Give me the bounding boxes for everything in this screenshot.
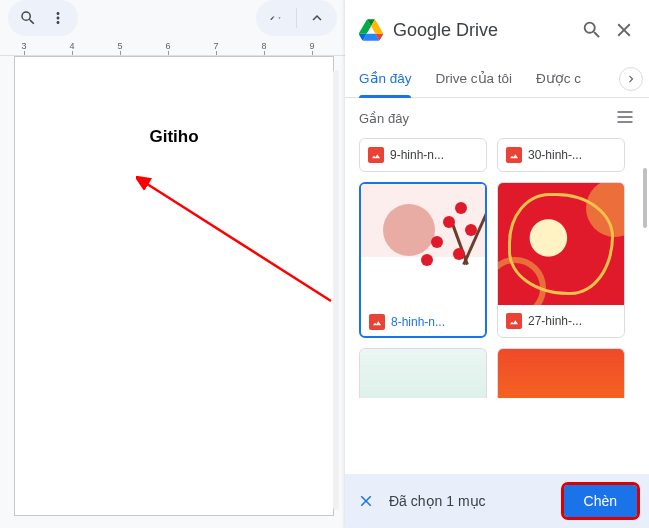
selection-count-text: Đã chọn 1 mục xyxy=(389,493,550,509)
image-file-icon xyxy=(368,147,384,163)
ruler-tick: 8 xyxy=(240,36,288,55)
drive-logo-icon xyxy=(359,18,383,42)
drive-search-icon[interactable] xyxy=(581,19,603,41)
drive-header: Google Drive xyxy=(345,0,649,60)
file-card[interactable]: 30-hinh-... xyxy=(497,138,625,172)
list-view-icon[interactable] xyxy=(615,107,635,130)
tabs-scroll-right-icon[interactable] xyxy=(619,67,643,91)
doc-scrollbar[interactable] xyxy=(333,70,339,510)
document-page[interactable]: Gitiho xyxy=(14,56,334,516)
image-file-icon xyxy=(506,147,522,163)
tab-mydrive[interactable]: Drive của tôi xyxy=(436,70,513,88)
document-area: 3 4 5 6 7 8 9 10 11 Gitiho xyxy=(0,0,345,528)
file-thumbnail xyxy=(360,349,486,398)
ruler-tick: 9 xyxy=(288,36,336,55)
more-icon[interactable] xyxy=(44,4,72,32)
svg-rect-3 xyxy=(506,313,522,329)
file-name: 30-hinh-... xyxy=(528,148,582,162)
file-grid: 9-hinh-n... 30-hinh-... 8-hinh-n... 27-h… xyxy=(345,138,649,474)
svg-rect-2 xyxy=(369,314,385,330)
tab-shared[interactable]: Được c xyxy=(536,70,581,88)
file-name: 9-hinh-n... xyxy=(390,148,444,162)
drive-panel: Google Drive Gần đây Drive của tôi Được … xyxy=(345,0,649,528)
search-icon[interactable] xyxy=(14,4,42,32)
selection-action-bar: Đã chọn 1 mục Chèn xyxy=(345,474,649,528)
file-card[interactable]: 27-hinh-... xyxy=(497,182,625,338)
ruler-tick: 10 xyxy=(336,36,345,55)
collapse-icon[interactable] xyxy=(303,4,331,32)
deselect-icon[interactable] xyxy=(357,492,375,510)
file-thumbnail xyxy=(498,183,624,305)
svg-rect-1 xyxy=(506,147,522,163)
section-label: Gần đây xyxy=(359,111,409,126)
section-header: Gần đây xyxy=(345,98,649,138)
close-icon[interactable] xyxy=(613,19,635,41)
file-name: 8-hinh-n... xyxy=(391,315,445,329)
doc-toolbar xyxy=(0,0,345,36)
toolbar-group-left xyxy=(8,0,78,36)
edit-mode-button[interactable] xyxy=(262,4,290,32)
svg-rect-0 xyxy=(368,147,384,163)
drive-tabs: Gần đây Drive của tôi Được c xyxy=(345,60,649,98)
file-card-selected[interactable]: 8-hinh-n... xyxy=(359,182,487,338)
toolbar-group-right xyxy=(256,0,337,36)
ruler-tick: 6 xyxy=(144,36,192,55)
drive-title: Google Drive xyxy=(393,20,571,41)
insert-button[interactable]: Chèn xyxy=(564,485,637,517)
tab-recent[interactable]: Gần đây xyxy=(359,70,412,88)
ruler-tick: 7 xyxy=(192,36,240,55)
ruler-tick: 5 xyxy=(96,36,144,55)
chevron-down-icon xyxy=(277,9,282,27)
image-file-icon xyxy=(506,313,522,329)
document-title: Gitiho xyxy=(15,127,333,147)
file-thumbnail xyxy=(498,349,624,398)
ruler: 3 4 5 6 7 8 9 10 11 xyxy=(0,36,345,56)
ruler-tick: 3 xyxy=(0,36,48,55)
file-card[interactable]: 9-hinh-n... xyxy=(359,138,487,172)
file-card[interactable] xyxy=(359,348,487,398)
file-thumbnail xyxy=(361,184,485,306)
file-name: 27-hinh-... xyxy=(528,314,582,328)
grid-scrollbar[interactable] xyxy=(643,168,647,228)
file-card[interactable] xyxy=(497,348,625,398)
ruler-tick: 4 xyxy=(48,36,96,55)
image-file-icon xyxy=(369,314,385,330)
